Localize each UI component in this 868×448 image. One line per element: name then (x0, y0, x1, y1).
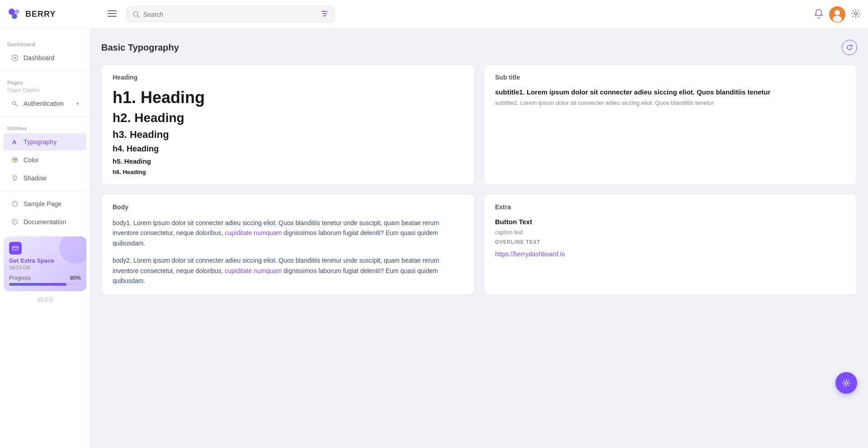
version-text: v3.5.0 (0, 291, 90, 305)
subtitle-card-title: Sub title (495, 74, 846, 81)
progress-percent: 80% (70, 275, 81, 281)
body1-link[interactable]: cupiditate numquam (225, 229, 282, 236)
sidebar-label-shadow: Shadow (24, 174, 79, 182)
sidebar-item-authentication[interactable]: Authentication ▾ (4, 95, 86, 112)
sample-icon (11, 200, 19, 208)
floating-gear-icon (841, 378, 851, 388)
svg-rect-5 (108, 16, 117, 17)
subtitle2-text: subtitle2. Lorem ipsum dolor sit connect… (495, 99, 846, 106)
svg-point-17 (854, 12, 857, 15)
body-card-title: Body (113, 203, 463, 211)
svg-rect-4 (108, 13, 117, 14)
extra-caption: caption text (495, 229, 846, 236)
search-bar (127, 6, 335, 22)
pages-caption: Pages Caption (0, 87, 90, 94)
svg-point-11 (323, 11, 325, 12)
navbar: BERRY (0, 0, 868, 29)
menu-button[interactable] (105, 6, 119, 22)
sidebar-divider-3 (0, 191, 90, 191)
sidebar-label-typography: Typography (24, 138, 79, 146)
subtitle1-text: subtitle1. Lorem ipsum dolor sit connect… (495, 88, 846, 96)
svg-text:A: A (12, 139, 17, 146)
sidebar-item-sample-page[interactable]: Sample Page (4, 195, 86, 212)
settings-button[interactable] (851, 9, 861, 20)
cards-row-1: Heading h1. Heading h2. Heading h3. Head… (101, 64, 857, 185)
extra-link[interactable]: https://berrydashboard.io (495, 250, 565, 258)
h5-heading: h5. Heading (113, 157, 463, 165)
svg-point-25 (15, 159, 17, 160)
page-title: Basic Typography (101, 42, 179, 53)
docs-icon: ? (11, 218, 19, 226)
app-layout: Dashboard Dashboard Pages Pages Caption … (0, 29, 868, 448)
refresh-icon (845, 43, 854, 52)
svg-text:?: ? (14, 221, 16, 225)
svg-point-27 (13, 176, 17, 179)
svg-line-21 (15, 104, 18, 106)
svg-point-2 (12, 14, 17, 19)
svg-rect-3 (108, 10, 117, 11)
color-icon (11, 156, 19, 164)
body1-text: body1. Lorem ipsum dolor sit connecter a… (113, 218, 463, 248)
sidebar-item-dashboard[interactable]: Dashboard (4, 49, 86, 66)
progress-bar-track (9, 283, 81, 286)
menu-icon (108, 9, 117, 18)
svg-point-28 (13, 180, 17, 181)
sidebar-divider-2 (0, 116, 90, 117)
extra-card: Extra Button Text caption text OVERLINE … (484, 194, 857, 295)
svg-point-34 (14, 247, 14, 248)
berry-logo-icon (7, 7, 22, 22)
h6-heading: h6. Heading (113, 169, 463, 175)
storage-card: Get Extra Space 28/23 GB Progress 80% (4, 236, 86, 291)
cards-row-2: Body body1. Lorem ipsum dolor sit connec… (101, 194, 857, 295)
storage-subtitle: 28/23 GB (9, 265, 81, 270)
avatar[interactable] (829, 6, 845, 23)
filter-button[interactable] (321, 9, 329, 19)
avatar-image (829, 6, 845, 23)
body2-text: body2. Lorem ipsum dolor sit connecter a… (113, 255, 463, 286)
svg-point-23 (13, 158, 18, 163)
svg-point-13 (324, 15, 326, 17)
refresh-button[interactable] (842, 40, 857, 55)
chevron-down-icon: ▾ (76, 101, 79, 107)
search-icon (132, 11, 140, 18)
dashboard-icon (11, 54, 19, 62)
navbar-right (814, 6, 861, 23)
main-content: Basic Typography Heading h1. Heading h2.… (90, 29, 868, 448)
sidebar-item-color[interactable]: Color (4, 151, 86, 169)
sidebar-item-shadow[interactable]: Shadow (4, 170, 86, 187)
page-header: Basic Typography (101, 40, 857, 55)
typography-icon: A (11, 138, 19, 146)
body-card: Body body1. Lorem ipsum dolor sit connec… (101, 194, 475, 295)
storage-progress-row: Progress 80% (9, 275, 81, 281)
sidebar-label-authentication: Authentication (24, 100, 72, 107)
h1-heading: h1. Heading (113, 88, 463, 107)
svg-point-35 (845, 382, 848, 384)
sidebar-label-dashboard: Dashboard (24, 54, 79, 61)
extra-overline: OVERLINE TEXT (495, 239, 846, 245)
progress-bar-fill (9, 283, 66, 286)
sidebar-item-documentation[interactable]: ? Documentation (4, 213, 86, 231)
key-icon (11, 99, 19, 108)
h3-heading: h3. Heading (113, 129, 463, 141)
sidebar-section-dashboard: Dashboard (0, 36, 90, 49)
app-name: BERRY (25, 9, 56, 19)
heading-card: Heading h1. Heading h2. Heading h3. Head… (101, 64, 475, 185)
sidebar-label-documentation: Documentation (24, 218, 79, 226)
svg-line-7 (137, 16, 139, 18)
shadow-icon (11, 174, 19, 182)
sidebar-section-pages: Pages (0, 75, 90, 87)
logo: BERRY (7, 7, 98, 22)
sidebar-item-typography[interactable]: A Typography (4, 133, 86, 151)
svg-point-12 (325, 13, 326, 14)
svg-point-16 (833, 16, 842, 22)
notification-button[interactable] (814, 9, 824, 20)
floating-settings-button[interactable] (835, 372, 857, 394)
body2-link[interactable]: cupiditate numquam (225, 267, 282, 274)
svg-point-15 (835, 10, 840, 15)
gear-icon (851, 9, 861, 19)
search-input[interactable] (143, 11, 317, 18)
sidebar: Dashboard Dashboard Pages Pages Caption … (0, 29, 90, 448)
svg-point-26 (14, 160, 16, 162)
heading-card-title: Heading (113, 74, 463, 81)
sidebar-divider-1 (0, 71, 90, 71)
